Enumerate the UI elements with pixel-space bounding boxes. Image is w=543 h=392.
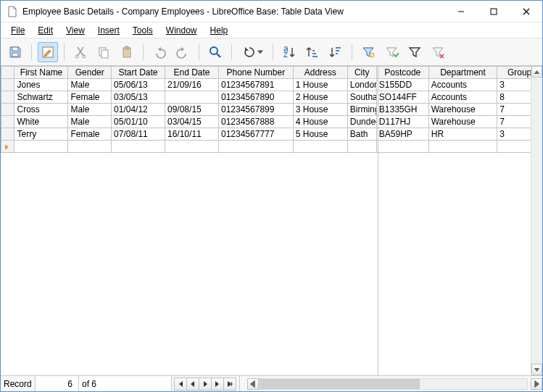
nav-last-button[interactable] xyxy=(211,378,224,391)
col-start-date[interactable]: Start Date xyxy=(112,67,165,79)
cut-button[interactable] xyxy=(70,42,91,62)
autofilter-button[interactable] xyxy=(358,42,378,62)
cell-department[interactable]: Accounts xyxy=(428,91,497,104)
hscroll-track[interactable] xyxy=(259,378,528,390)
cell-postcode[interactable]: B1335GH xyxy=(376,104,428,116)
close-button[interactable] xyxy=(510,1,542,22)
cell-phone[interactable]: 01234567899 xyxy=(218,104,293,116)
refresh-button[interactable] xyxy=(238,42,267,62)
cell-start-date[interactable]: 05/01/10 xyxy=(112,116,165,128)
apply-filter-button[interactable] xyxy=(381,42,402,62)
row-selector[interactable] xyxy=(1,116,14,128)
cell-end-date[interactable]: 09/08/15 xyxy=(165,104,219,116)
cell-city[interactable]: Southampton xyxy=(347,91,376,104)
cell-department[interactable]: HR xyxy=(428,128,497,141)
nav-next-button[interactable] xyxy=(199,378,212,391)
cell-address[interactable]: 4 House xyxy=(293,116,347,128)
cell-gender[interactable]: Male xyxy=(68,104,112,116)
cell-empty[interactable] xyxy=(14,141,68,153)
row-selector[interactable] xyxy=(1,104,14,116)
minimize-button[interactable] xyxy=(444,1,477,22)
save-button[interactable] xyxy=(5,42,25,62)
sort-asc-button[interactable] xyxy=(302,42,323,62)
cell-gender[interactable]: Male xyxy=(68,116,112,128)
cell-empty[interactable] xyxy=(428,141,497,153)
cell-start-date[interactable]: 07/08/11 xyxy=(112,128,165,141)
cell-start-date[interactable]: 05/06/13 xyxy=(112,79,165,91)
table-row[interactable]: TerryFemale07/08/1116/10/11012345677775 … xyxy=(1,128,542,141)
horizontal-scrollbar[interactable] xyxy=(240,376,542,391)
col-end-date[interactable]: End Date xyxy=(165,67,219,79)
cell-department[interactable]: Warehouse xyxy=(428,116,497,128)
sort-desc-button[interactable] xyxy=(326,42,346,62)
menu-insert[interactable]: Insert xyxy=(92,24,125,37)
table-row[interactable]: JonesMale05/06/1321/09/16012345678911 Ho… xyxy=(1,79,542,91)
vertical-scrollbar[interactable] xyxy=(531,66,542,375)
cell-empty[interactable] xyxy=(112,141,165,153)
cell-address[interactable]: 5 House xyxy=(293,128,347,141)
edit-data-button[interactable] xyxy=(38,42,58,62)
cell-gender[interactable]: Female xyxy=(68,128,112,141)
cell-address[interactable]: 2 House xyxy=(293,91,347,104)
menu-edit[interactable]: Edit xyxy=(32,24,59,37)
hscroll-thumb[interactable] xyxy=(260,379,420,389)
cell-first-name[interactable]: Terry xyxy=(14,128,68,141)
hscroll-left-icon[interactable] xyxy=(247,378,259,390)
col-postcode[interactable]: Postcode xyxy=(376,67,428,79)
menu-help[interactable]: Help xyxy=(204,24,234,37)
col-first-name[interactable]: First Name xyxy=(14,67,68,79)
cell-address[interactable]: 1 House xyxy=(293,79,347,91)
cell-phone[interactable]: 01234567777 xyxy=(218,128,293,141)
row-selector[interactable] xyxy=(1,128,14,141)
row-selector[interactable] xyxy=(1,91,14,104)
scroll-up-icon[interactable] xyxy=(531,66,542,78)
cell-phone[interactable]: 01234567888 xyxy=(218,116,293,128)
row-selector-header[interactable] xyxy=(1,67,14,79)
cell-end-date[interactable]: 16/10/11 xyxy=(165,128,219,141)
cell-end-date[interactable]: 21/09/16 xyxy=(165,79,219,91)
cell-first-name[interactable]: Schwartz xyxy=(14,91,68,104)
nav-new-button[interactable] xyxy=(223,378,236,391)
cell-postcode[interactable]: SO144FF xyxy=(376,91,428,104)
cell-end-date[interactable]: 03/04/15 xyxy=(165,116,219,128)
menu-tools[interactable]: Tools xyxy=(127,24,159,37)
cell-postcode[interactable]: BA59HP xyxy=(376,128,428,141)
cell-empty[interactable] xyxy=(165,141,219,153)
col-city[interactable]: City xyxy=(347,67,376,79)
cell-empty[interactable] xyxy=(218,141,293,153)
new-record-row[interactable] xyxy=(1,141,542,153)
cell-empty[interactable] xyxy=(68,141,112,153)
data-grid[interactable]: First Name Gender Start Date End Date Ph… xyxy=(1,66,542,375)
table-row[interactable]: CrossMale01/04/1209/08/15012345678993 Ho… xyxy=(1,104,542,116)
cell-start-date[interactable]: 03/05/13 xyxy=(112,91,165,104)
col-address[interactable]: Address xyxy=(293,67,347,79)
copy-button[interactable] xyxy=(94,42,114,62)
cell-first-name[interactable]: Jones xyxy=(14,79,68,91)
scroll-track[interactable] xyxy=(531,78,542,364)
table-row[interactable]: WhiteMale05/01/1003/04/15012345678884 Ho… xyxy=(1,116,542,128)
cell-city[interactable]: London xyxy=(347,79,376,91)
hscroll-right-icon[interactable] xyxy=(531,378,542,390)
col-department[interactable]: Department xyxy=(428,67,497,79)
cell-city[interactable]: Birmingham xyxy=(347,104,376,116)
cell-city[interactable]: Dundee xyxy=(347,116,376,128)
cell-end-date[interactable] xyxy=(165,91,219,104)
find-button[interactable] xyxy=(205,42,225,62)
remove-filter-button[interactable] xyxy=(428,42,448,62)
paste-button[interactable] xyxy=(117,42,137,62)
scroll-down-icon[interactable] xyxy=(531,364,542,375)
cell-phone[interactable]: 01234567890 xyxy=(218,91,293,104)
sort-button[interactable]: az xyxy=(279,42,299,62)
nav-first-button[interactable] xyxy=(174,378,187,391)
cell-address[interactable]: 3 House xyxy=(293,104,347,116)
redo-button[interactable] xyxy=(173,42,193,62)
menu-view[interactable]: View xyxy=(60,24,91,37)
cell-start-date[interactable]: 01/04/12 xyxy=(112,104,165,116)
new-record-marker-icon[interactable] xyxy=(1,141,14,153)
cell-first-name[interactable]: White xyxy=(14,116,68,128)
undo-button[interactable] xyxy=(149,42,170,62)
cell-empty[interactable] xyxy=(347,141,376,153)
menu-window[interactable]: Window xyxy=(160,24,203,37)
cell-city[interactable]: Bath xyxy=(347,128,376,141)
cell-gender[interactable]: Female xyxy=(68,91,112,104)
